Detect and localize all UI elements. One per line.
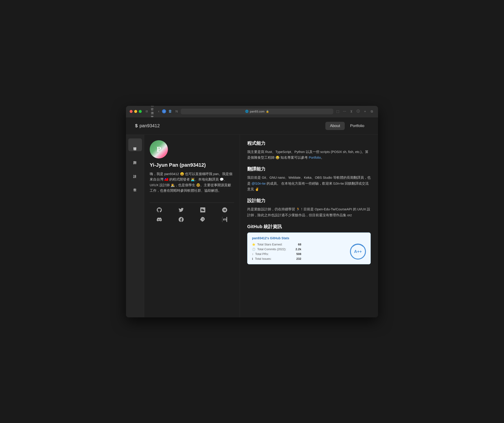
- main-layout: 開發 翻譯 設計 學生 P Yi-Jyun Pan (pan93412) 嗨，我…: [126, 135, 378, 317]
- tab-overview-icon[interactable]: ⧉: [369, 109, 374, 114]
- stats-value-issues: 232: [296, 257, 301, 260]
- section-text-design: 尚是業餘設計師，仍在持續學習 🏃！目前是 Open-Edu-Tw/CourseA…: [247, 206, 371, 218]
- grade-circle: A++: [350, 244, 366, 259]
- minimize-button[interactable]: [134, 110, 137, 113]
- stats-label-stars: Total Stars Earned:: [257, 243, 296, 246]
- back-button[interactable]: ‹: [157, 109, 160, 114]
- sidebar-item-student[interactable]: 學生: [128, 179, 142, 192]
- close-button[interactable]: [130, 110, 133, 113]
- portfolio-link[interactable]: Portfolio: [309, 156, 321, 159]
- stats-row-commits: 🕐 Total Commits (2022): 2.2k: [252, 247, 301, 251]
- extensions-icon[interactable]: ⋯: [342, 109, 347, 114]
- section-title-translation: 翻譯能力: [247, 166, 371, 172]
- social-links: [150, 206, 234, 223]
- section-title-github: GitHub 統計資訊: [247, 223, 371, 230]
- site-name: pan93412: [139, 123, 160, 128]
- globe-icon: 🌐: [245, 110, 249, 113]
- right-toolbar-icons: ⬚ ⋯ ⊻ ⓘ + ⧉: [335, 109, 374, 114]
- browser-toolbar: ⊟ 私密瀏覽 ‹ i 🗑 N 🌐 pan93.com 🔒 ⬚ ⋯ ⊻ ⓘ + ⧉: [144, 109, 374, 114]
- download-icon[interactable]: ⊻: [349, 109, 354, 114]
- section-text-programming: 我主要是寫 Rust、TypeScript、Python 以及一些 script…: [247, 149, 371, 161]
- social-link-matrix[interactable]: [215, 216, 234, 223]
- stats-label-issues: Total Issues:: [255, 257, 295, 260]
- sidebar-item-dev[interactable]: 開發: [128, 138, 142, 151]
- profile-section: P Yi-Jyun Pan (pan93412) 嗨，我是 pan93412 😄…: [144, 135, 240, 317]
- github-stats-items: ⭐ Total Stars Earned: 68 🕐 Total Commits…: [252, 243, 301, 260]
- avatar: P: [150, 140, 168, 159]
- browser-window: ⊟ 私密瀏覽 ‹ i 🗑 N 🌐 pan93.com 🔒 ⬚ ⋯ ⊻ ⓘ + ⧉: [126, 106, 378, 317]
- social-link-keybase[interactable]: [193, 216, 213, 223]
- info2-icon[interactable]: ⓘ: [356, 109, 361, 114]
- social-link-telegram[interactable]: [215, 206, 234, 213]
- new-tab-icon[interactable]: +: [362, 109, 367, 114]
- stats-row-issues: ℹ Total Issues: 232: [252, 257, 301, 260]
- avatar-letter: P: [156, 145, 161, 153]
- translate-icon[interactable]: ⬚: [335, 109, 340, 114]
- social-link-twitter[interactable]: [172, 206, 191, 213]
- social-link-facebook[interactable]: [172, 216, 191, 223]
- url-display: pan93.com: [250, 110, 264, 113]
- stats-row-stars: ⭐ Total Stars Earned: 68: [252, 243, 301, 246]
- social-link-blogger[interactable]: [193, 206, 213, 213]
- nav-links: About Portfolio: [325, 122, 369, 130]
- l10n-tw-link[interactable]: @l10n-tw: [252, 182, 265, 185]
- sidebar-toggle-icon[interactable]: ⊟: [144, 109, 149, 114]
- nav-link-portfolio[interactable]: Portfolio: [346, 122, 369, 130]
- github-stats-title: pan93412's GitHub Stats: [252, 236, 366, 240]
- browser-chrome: ⊟ 私密瀏覽 ‹ i 🗑 N 🌐 pan93.com 🔒 ⬚ ⋯ ⊻ ⓘ + ⧉: [126, 106, 378, 117]
- profile-name: Yi-Jyun Pan (pan93412): [150, 162, 206, 168]
- social-link-discord[interactable]: [150, 216, 169, 223]
- site-title: $ pan93412: [135, 123, 160, 128]
- stats-value-prs: 508: [296, 252, 301, 256]
- info-icon[interactable]: i: [162, 109, 166, 113]
- section-title-programming: 程式能力: [247, 140, 371, 146]
- stats-row-prs: ↕ Total PRs: 508: [252, 252, 301, 256]
- profile-divider: [150, 203, 234, 203]
- page-content: $ pan93412 About Portfolio 開發 翻譯 設計 學生: [126, 117, 378, 317]
- prs-icon: ↕: [252, 253, 253, 256]
- trash-icon[interactable]: 🗑: [168, 109, 173, 114]
- issues-icon: ℹ: [252, 257, 253, 260]
- nav-link-about[interactable]: About: [325, 122, 344, 130]
- commits-icon: 🕐: [252, 248, 255, 251]
- stats-value-stars: 68: [298, 243, 301, 246]
- site-dollar: $: [135, 123, 138, 128]
- sidebar: 開發 翻譯 設計 學生: [126, 135, 144, 317]
- profile-bio: 嗨，我是 pan93412 😄 也可以直接稱呼我 pan。我是個來自台灣 🇹🇼 …: [150, 171, 234, 194]
- lock-icon: 🔒: [266, 110, 269, 113]
- section-title-design: 設計能力: [247, 198, 371, 204]
- stats-label-prs: Total PRs:: [255, 252, 295, 256]
- notion-icon[interactable]: N: [174, 109, 179, 114]
- grade-value: A++: [354, 249, 362, 254]
- social-link-github[interactable]: [150, 206, 169, 213]
- address-bar[interactable]: 🌐 pan93.com 🔒: [181, 109, 333, 114]
- github-stats-body: ⭐ Total Stars Earned: 68 🕐 Total Commits…: [252, 243, 366, 260]
- sidebar-item-translate[interactable]: 翻譯: [128, 152, 142, 165]
- sidebar-item-design[interactable]: 設計: [128, 166, 142, 178]
- private-browsing-label: 私密瀏覽: [151, 109, 155, 114]
- profile-header: P Yi-Jyun Pan (pan93412) 嗨，我是 pan93412 😄…: [150, 140, 234, 198]
- github-stats-card: pan93412's GitHub Stats ⭐ Total Stars Ea…: [247, 232, 371, 264]
- stats-value-commits: 2.2k: [295, 247, 301, 251]
- top-nav: $ pan93412 About Portfolio: [126, 117, 378, 135]
- stats-label-commits: Total Commits (2022):: [257, 247, 294, 251]
- maximize-button[interactable]: [139, 110, 142, 113]
- content-section: 程式能力 我主要是寫 Rust、TypeScript、Python 以及一些 s…: [240, 135, 378, 317]
- traffic-lights: [130, 110, 142, 113]
- section-text-translation: 我目前是 Git、GNU nano、Weblate、Keka、OBS Studi…: [247, 175, 371, 192]
- stars-icon: ⭐: [252, 243, 255, 246]
